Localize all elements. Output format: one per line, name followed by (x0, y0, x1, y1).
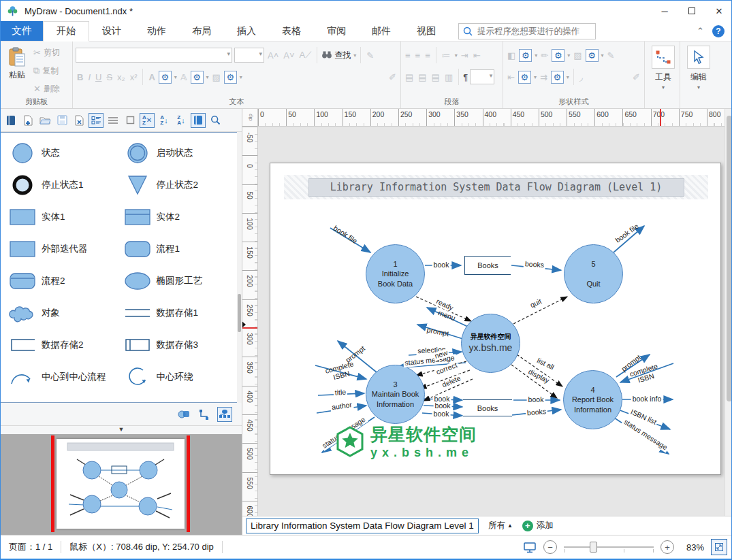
valign-middle-icon[interactable]: ▤ (417, 72, 428, 82)
shape-item-external-iterator[interactable]: 外部迭代器 (7, 233, 123, 265)
library-manager-icon[interactable] (191, 113, 206, 128)
edit-button[interactable]: 编辑 ▾ (683, 44, 714, 90)
new-library-icon[interactable] (20, 113, 35, 128)
shape-item-stop-state2[interactable]: 停止状态2 (123, 169, 238, 201)
data-store-books-1[interactable]: Books (464, 256, 511, 275)
strikethrough-icon[interactable]: S (105, 72, 114, 82)
tab-view[interactable]: 视图 (404, 21, 449, 41)
library-book-icon[interactable] (3, 113, 18, 128)
find-button[interactable]: 查找 (334, 50, 351, 61)
text-outline-gear-icon[interactable]: ⚙ (191, 71, 204, 84)
font-family-combo[interactable] (76, 48, 232, 63)
valign-bottom-icon[interactable]: ▤ (430, 72, 441, 82)
paste-button[interactable]: 粘贴 (3, 44, 31, 97)
valign-top-icon[interactable]: ▤ (404, 72, 415, 82)
indent-left-icon[interactable]: ⇥ (460, 50, 470, 61)
collapse-ribbon-icon[interactable]: ⌃ (697, 26, 704, 36)
page-tab[interactable]: Library Information System Data Flow Dia… (246, 518, 479, 533)
shape-item-center-loop[interactable]: 中心环绕 (123, 361, 238, 393)
shape-item-data-store1[interactable]: 数据存储1 (123, 297, 238, 329)
route-panel-icon[interactable] (197, 407, 212, 422)
text-effects-icon[interactable]: ▨ (211, 72, 222, 82)
zoom-slider-handle[interactable] (590, 542, 597, 553)
text-brush-icon[interactable]: ✐ (387, 72, 398, 82)
sort-asc-icon[interactable]: AZ↓ (157, 113, 172, 128)
viewport-handle-right[interactable] (187, 435, 190, 532)
shape-item-state[interactable]: 状态 (7, 137, 123, 169)
collapse-panel-icon[interactable]: ▼ (1, 426, 242, 434)
tab-layout[interactable]: 布局 (179, 21, 224, 41)
fill-gear-icon[interactable]: ⚙ (519, 49, 532, 62)
style-brush-icon[interactable]: ✐ (631, 72, 641, 82)
style-dropper-icon[interactable]: ✎ (606, 50, 616, 61)
arrow-start-gear-icon[interactable]: ⚙ (518, 71, 531, 84)
close-button[interactable]: ✕ (705, 1, 732, 21)
node-quit[interactable]: 5 Quit (564, 244, 623, 303)
shape-item-ellipse-process[interactable]: 椭圆形工艺 (123, 265, 238, 297)
font-color-gear-icon[interactable]: ⚙ (159, 71, 172, 84)
help-icon[interactable]: ? (712, 25, 725, 37)
pan-zoom-panel-icon[interactable] (217, 407, 232, 422)
all-pages-button[interactable]: 所有▲ (488, 520, 513, 531)
shape-item-entity1[interactable]: 实体1 (7, 201, 123, 233)
tell-me-search[interactable] (458, 23, 596, 39)
tab-insert[interactable]: 插入 (224, 21, 269, 41)
shapes-panel-icon[interactable] (176, 407, 191, 422)
sort-desc-icon[interactable]: ZA↓ (174, 113, 189, 128)
add-page-button[interactable]: + 添加 (522, 520, 554, 531)
zoom-out-button[interactable]: − (543, 540, 557, 554)
node-center-watermark[interactable]: 异星软件空间 yx.bsh.me (461, 314, 520, 373)
text-outline-icon[interactable]: 𝔸 (179, 72, 189, 82)
tab-action[interactable]: 动作 (134, 21, 179, 41)
arrow-end-gear-icon[interactable]: ⚙ (551, 71, 564, 84)
cut-button[interactable]: ✂剪切 (31, 46, 63, 59)
node-report-book-information[interactable]: 4 Report Book Information (563, 370, 622, 429)
icons-view-icon[interactable] (123, 113, 138, 128)
text-direction-icon[interactable]: ▥ (443, 72, 454, 82)
paragraph-combo[interactable] (470, 69, 494, 84)
superscript-icon[interactable]: x² (129, 72, 139, 82)
italic-icon[interactable]: I (86, 72, 92, 82)
bold-icon[interactable]: B (76, 72, 84, 82)
tab-table[interactable]: 表格 (269, 21, 314, 41)
line-spacing-icon[interactable]: ≔ (441, 50, 452, 61)
shape-list-scrollbar[interactable] (237, 132, 242, 403)
tools-button[interactable]: 工具 ▾ (648, 44, 679, 90)
align-center-icon[interactable]: ≡ (414, 50, 422, 61)
shape-item-start-state[interactable]: 启动状态 (123, 137, 238, 169)
page-thumbnail[interactable] (57, 439, 185, 529)
indent-right-icon[interactable]: ⇤ (472, 50, 482, 61)
shape-item-process2[interactable]: 流程2 (7, 265, 123, 297)
arrow-end-icon[interactable]: ⇉ (539, 72, 549, 82)
tab-review[interactable]: 审阅 (314, 21, 359, 41)
tab-mail[interactable]: 邮件 (359, 21, 404, 41)
zoom-slider[interactable] (564, 540, 654, 554)
fit-page-button[interactable] (711, 539, 727, 555)
copy-button[interactable]: ⧉复制 (31, 65, 63, 78)
search-shapes-icon[interactable] (208, 113, 223, 128)
shape-item-process1[interactable]: 流程1 (123, 233, 238, 265)
grow-font-icon[interactable]: A˄ (266, 50, 280, 61)
shape-item-data-store3[interactable]: 数据存储3 (123, 329, 238, 361)
pilcrow-icon[interactable]: ¶ (463, 72, 468, 82)
underline-icon[interactable]: U (94, 72, 103, 82)
stroke-icon[interactable]: ✏ (539, 50, 550, 61)
canvas-viewport[interactable]: Library Information System Data Flow Dia… (258, 127, 725, 516)
file-menu-button[interactable]: 文件 (1, 21, 43, 41)
minimize-button[interactable]: ─ (651, 1, 678, 21)
thumbnails-view-icon[interactable] (89, 113, 104, 128)
shape-item-data-store2[interactable]: 数据存储2 (7, 329, 123, 361)
tab-design[interactable]: 设计 (89, 21, 134, 41)
shape-item-stop-state1[interactable]: 停止状态1 (7, 169, 123, 201)
arrow-start-icon[interactable]: ⇤ (506, 72, 516, 82)
save-library-icon[interactable] (54, 113, 69, 128)
sort-default-icon[interactable]: AZ✕ (140, 113, 155, 128)
shape-item-object[interactable]: 对象 (7, 297, 123, 329)
align-right-icon[interactable]: ≡ (424, 50, 432, 61)
align-left-icon[interactable]: ≡ (404, 50, 412, 61)
corner-rounding-icon[interactable]: ◞ (578, 72, 584, 82)
node-maintain-book-information[interactable]: 3 Maintain Book Information (366, 365, 425, 424)
text-effects-gear-icon[interactable]: ⚙ (224, 71, 237, 84)
shrink-font-icon[interactable]: A˅ (282, 50, 296, 61)
open-library-icon[interactable] (37, 113, 52, 128)
